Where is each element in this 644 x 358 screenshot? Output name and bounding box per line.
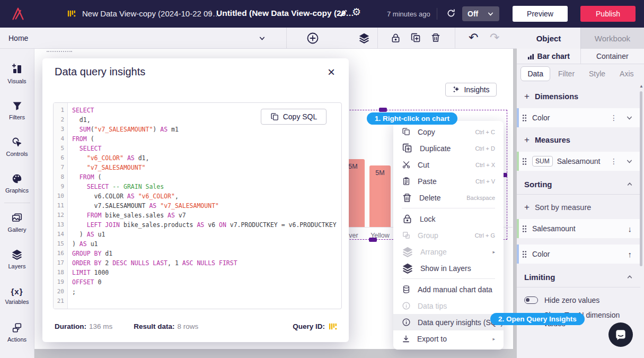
sql-code-line: LIMIT 1000 [72, 268, 341, 277]
kebab-menu-icon[interactable]: ⋮ [610, 113, 617, 122]
sql-code-block[interactable]: 123456789101112131415161718192021 SELECT… [53, 102, 342, 309]
refresh-icon[interactable] [446, 8, 456, 18]
menu-item-group[interactable]: GroupCtrl + G [393, 227, 504, 243]
lock-icon[interactable] [390, 32, 401, 43]
panel-scrollbar[interactable]: ▲ ▼ [639, 84, 643, 358]
chevron-down-icon[interactable] [626, 115, 633, 121]
sidebar-item-layers[interactable]: Layers [0, 241, 34, 277]
drag-handle-icon[interactable] [522, 225, 527, 233]
copy-sql-button[interactable]: Copy SQL [261, 109, 327, 125]
menu-item-paste[interactable]: PasteCtrl + V [393, 173, 504, 189]
sidebar-item-variables[interactable]: {x}Variables [0, 277, 34, 314]
add-dimension[interactable]: +Dimensions [524, 91, 640, 102]
settings-gear-icon[interactable]: ⚙ [352, 7, 361, 17]
add-item-button[interactable] [306, 32, 319, 45]
sidebar-item-actions[interactable]: Actions [0, 314, 34, 351]
sql-line-number: 16 [54, 249, 67, 258]
variables-icon: {x} [11, 287, 23, 296]
panel-tab-filter[interactable]: Filter [552, 67, 581, 81]
sort-by-measure[interactable]: +Sort by measure [524, 202, 640, 213]
layers-icon[interactable] [358, 32, 370, 44]
menu-item-export-to[interactable]: Export to▸ [393, 330, 504, 347]
drag-handle-icon[interactable] [522, 114, 527, 122]
layers-icon [402, 246, 413, 258]
sort-direction-icon[interactable]: ↓ [628, 224, 632, 233]
menu-item-label: Lock [420, 215, 436, 223]
drag-handle-icon[interactable] [522, 250, 527, 258]
screen-selector-home[interactable]: Home [8, 34, 28, 42]
sidebar-item-gallery[interactable]: Gallery [0, 204, 34, 241]
selection-handle-top[interactable] [379, 108, 387, 112]
field-row-salesamount[interactable]: Salesamount↓ [517, 219, 640, 238]
auto-refresh-select[interactable]: Off [462, 6, 499, 21]
close-icon[interactable]: × [328, 66, 335, 78]
menu-item-data-tips[interactable]: Data tips [393, 298, 504, 314]
panel-tab-data[interactable]: Data [521, 66, 550, 81]
add-measure[interactable]: +Measures [524, 135, 640, 145]
sorting-header-label: Sorting [524, 180, 552, 189]
sidebar-item-label: Actions [7, 336, 27, 343]
menu-item-data-query-insights-sql[interactable]: Data query insights (SQL) [393, 314, 504, 330]
breadcrumb-dashboard-title[interactable]: Untitled (New Data View-copy (20… [216, 8, 354, 18]
chevron-up-icon[interactable] [627, 181, 633, 187]
menu-item-arrange[interactable]: Arrange▸ [393, 243, 504, 260]
breadcrumb-dataset-title[interactable]: New Data View-copy (2024-10-22 09… [82, 9, 220, 18]
chevron-down-icon[interactable] [626, 158, 633, 165]
paste-icon [402, 177, 411, 186]
sidebar-item-visuals[interactable]: Visuals [0, 55, 34, 92]
insights-button[interactable]: Insights [445, 83, 497, 97]
chat-bubble-button[interactable] [608, 322, 633, 347]
field-row-salesamount[interactable]: SUMSalesamount⋮ [517, 152, 640, 171]
menu-item-add-manual-chart-data[interactable]: Add manual chart data [393, 281, 504, 298]
sql-line-number: 3 [54, 125, 67, 134]
sidebar-item-filters[interactable]: Filters [0, 92, 34, 128]
breadcrumb-separator: / [209, 8, 211, 18]
menu-item-show-in-layers[interactable]: Show in Layers [393, 260, 504, 276]
sorting-header[interactable]: Sorting [524, 178, 633, 190]
sidebar-item-graphics[interactable]: Graphics [0, 165, 34, 202]
menu-item-label: Paste [418, 177, 437, 186]
brand-logo-icon[interactable] [10, 5, 27, 22]
panel-tab-style[interactable]: Style [583, 67, 612, 81]
sort-direction-icon[interactable]: ↑ [628, 250, 632, 259]
menu-item-delete[interactable]: DeleteBackspace [393, 189, 504, 206]
tab-workbook[interactable]: Workbook [580, 28, 644, 49]
sql-code-line: ) AS u1 [72, 230, 341, 239]
kebab-menu-icon[interactable]: ⋮ [610, 157, 617, 165]
sql-code-line: ORDER BY 2 DESC NULLS LAST, 1 ASC NULLS … [72, 258, 341, 268]
menu-item-cut[interactable]: CutCtrl + X [393, 156, 504, 173]
scrollbar-thumb[interactable] [640, 91, 642, 266]
sql-line-number: 20 [54, 287, 67, 296]
delete-icon[interactable] [430, 32, 441, 43]
redo-icon[interactable]: ↷ [490, 30, 499, 46]
undo-icon[interactable]: ↶ [469, 30, 478, 46]
tab-object[interactable]: Object [517, 28, 580, 49]
duplicate-icon[interactable] [410, 32, 421, 43]
edit-title-pencil-icon[interactable] [339, 9, 348, 18]
field-row-color[interactable]: Color↑ [517, 245, 640, 264]
chevron-up-icon[interactable] [627, 274, 633, 280]
drag-handle-icon[interactable] [522, 158, 527, 165]
field-row-color[interactable]: Color⋮ [517, 108, 640, 127]
chevron-down-icon[interactable] [259, 35, 266, 42]
publish-button[interactable]: Publish [580, 6, 636, 22]
add-measure-label: Measures [535, 136, 570, 144]
object-type-tab-container[interactable]: Container [580, 49, 644, 64]
sql-code-line: "v6_COLOR" AS d1, [72, 153, 341, 163]
query-id-brand-icon[interactable] [328, 321, 338, 331]
trash-icon [402, 193, 412, 203]
sort-by-measure-label: Sort by measure [535, 203, 591, 212]
object-type-tab-bar-chart[interactable]: Bar chart [517, 49, 580, 64]
selection-handle-bottom[interactable] [369, 238, 377, 242]
menu-item-duplicate[interactable]: DuplicateCtrl + D [393, 140, 504, 156]
limiting-header[interactable]: Limiting [524, 271, 633, 283]
aggregation-chip[interactable]: SUM [532, 156, 553, 167]
sql-line-number: 10 [54, 191, 67, 201]
panel-tab-axis[interactable]: Axis [613, 67, 640, 81]
toggle-switch[interactable] [524, 296, 538, 304]
preview-button[interactable]: Preview [513, 6, 568, 22]
menu-item-copy[interactable]: CopyCtrl + C [393, 124, 504, 140]
menu-item-lock[interactable]: Lock [393, 211, 504, 227]
sidebar-item-controls[interactable]: Controls [0, 128, 34, 165]
scroll-up-icon[interactable]: ▲ [639, 84, 643, 89]
